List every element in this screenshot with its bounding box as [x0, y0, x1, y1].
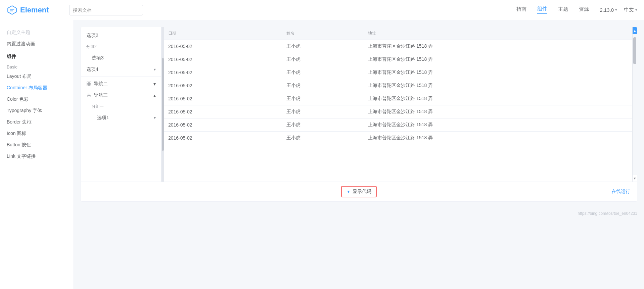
logo: Element [7, 5, 49, 15]
cell-address: 上海市普陀区金沙江路 1518 弄 [364, 79, 632, 92]
cell-date: 2016-05-02 [164, 79, 282, 92]
svg-rect-3 [89, 84, 91, 86]
svg-rect-0 [87, 82, 89, 84]
svg-rect-1 [89, 82, 91, 84]
sidebar-item-border[interactable]: Border 边框 [0, 116, 74, 128]
sidebar-item-button[interactable]: Button 按钮 [0, 139, 74, 151]
table-row: 2016-05-02 王小虎 上海市普陀区金沙江路 1518 弄 [164, 40, 632, 53]
show-code-button[interactable]: ▼ 显示代码 [341, 186, 377, 197]
sidebar-item-layout[interactable]: Layout 布局 [0, 71, 74, 82]
tree-item-option4[interactable]: 选项4 ▾ [81, 64, 161, 75]
page-note: https://bing.com/tos/toe_en04231 [578, 211, 637, 216]
cell-name: 王小虎 [282, 132, 364, 145]
table-panel[interactable]: 日期 姓名 地址 2016-05-02 王小虎 上海市普陀区金沙江路 1518 … [164, 27, 632, 182]
cell-date: 2016-05-02 [164, 118, 282, 132]
tree-item-option1-label: 选项1 [97, 115, 152, 121]
version-selector[interactable]: 2.13.0 ▾ [600, 7, 617, 13]
table-header-row: 日期 姓名 地址 [164, 27, 632, 40]
tree-nav3-header[interactable]: 导航三 ▴ [81, 90, 161, 101]
tree-item-group2[interactable]: 分组2 [81, 41, 161, 52]
show-code-label: 显示代码 [353, 189, 371, 195]
table-row: 2016-05-02 王小虎 上海市普陀区金沙江路 1518 弄 [164, 118, 632, 132]
language-selector[interactable]: 中文 ▾ [624, 7, 637, 13]
nav-scrollbar[interactable] [162, 27, 164, 182]
online-run-link[interactable]: 在线运行 [611, 189, 630, 195]
nav-components[interactable]: 组件 [537, 6, 547, 14]
header: Element 指南 组件 主题 资源 2.13.0 ▾ 中文 ▾ [0, 0, 644, 20]
col-address: 地址 [364, 27, 632, 40]
svg-point-4 [88, 95, 90, 96]
demo-inner: 选项2 分组2 选项3 选项4 ▾ [81, 27, 637, 182]
nav2-label: 导航二 [94, 81, 151, 87]
cell-address: 上海市普陀区金沙江路 1518 弄 [364, 118, 632, 132]
cell-date: 2016-05-02 [164, 66, 282, 79]
col-name: 姓名 [282, 27, 364, 40]
nav-tree-divider1 [81, 77, 161, 77]
sidebar-item-link[interactable]: Link 文字链接 [0, 151, 74, 162]
main-content: 选项2 分组2 选项3 选项4 ▾ [74, 20, 644, 289]
tree-group1[interactable]: 分组一 [81, 101, 161, 112]
nav-resources[interactable]: 资源 [579, 6, 589, 14]
sidebar-item-typography[interactable]: Typography 字体 [0, 105, 74, 116]
cell-address: 上海市普陀区金沙江路 1518 弄 [364, 66, 632, 79]
tree-item-option4-label: 选项4 [86, 66, 152, 73]
show-code-arrow-icon: ▼ [347, 189, 351, 194]
page-container: 自定义主题 内置过渡动画 组件 Basic Layout 布局 Containe… [0, 20, 644, 289]
cell-name: 王小虎 [282, 53, 364, 66]
sidebar-item-transition[interactable]: 内置过渡动画 [0, 38, 74, 50]
cell-name: 王小虎 [282, 105, 364, 118]
page-footer: https://bing.com/tos/toe_en04231 [74, 208, 644, 219]
cell-name: 王小虎 [282, 66, 364, 79]
element-logo-icon [7, 5, 17, 15]
cell-name: 王小虎 [282, 40, 364, 53]
sidebar-section-components: 组件 [0, 50, 74, 62]
sidebar: 自定义主题 内置过渡动画 组件 Basic Layout 布局 Containe… [0, 20, 74, 289]
nav-guide[interactable]: 指南 [516, 6, 526, 14]
right-scrollbar[interactable]: ▲ ▼ [632, 27, 637, 182]
nav-theme[interactable]: 主题 [558, 6, 568, 14]
cell-date: 2016-05-02 [164, 92, 282, 105]
table-row: 2016-05-02 王小虎 上海市普陀区金沙江路 1518 弄 [164, 79, 632, 92]
tree-item-option2-label: 选项2 [86, 33, 156, 39]
language-chevron-icon: ▾ [635, 8, 637, 12]
scroll-down-icon[interactable]: ▼ [633, 175, 637, 182]
cell-address: 上海市普陀区金沙江路 1518 弄 [364, 92, 632, 105]
search-input[interactable] [69, 5, 143, 15]
scroll-up-icon[interactable]: ▲ [633, 27, 637, 34]
demo-footer: ▼ 显示代码 在线运行 [81, 182, 637, 201]
tree-item-option1[interactable]: 选项1 ▾ [81, 112, 161, 124]
search-box [69, 5, 143, 15]
table-wrapper: 日期 姓名 地址 2016-05-02 王小虎 上海市普陀区金沙江路 1518 … [164, 27, 632, 182]
cell-name: 王小虎 [282, 79, 364, 92]
cell-date: 2016-05-02 [164, 53, 282, 66]
tree-group2-label: 分组2 [86, 44, 156, 50]
col-date: 日期 [164, 27, 282, 40]
cell-date: 2016-05-02 [164, 132, 282, 145]
demo-area: 选项2 分组2 选项3 选项4 ▾ [81, 27, 637, 202]
table-row: 2016-05-02 王小虎 上海市普陀区金沙江路 1518 弄 [164, 66, 632, 79]
cell-name: 王小虎 [282, 92, 364, 105]
sidebar-basic-label: Basic [0, 62, 74, 71]
cell-address: 上海市普陀区金沙江路 1518 弄 [364, 132, 632, 145]
version-chevron-icon: ▾ [615, 8, 617, 12]
cell-date: 2016-05-02 [164, 40, 282, 53]
main-nav: 指南 组件 主题 资源 [516, 6, 589, 14]
option4-arrow-icon: ▾ [154, 67, 156, 72]
gear-icon [86, 93, 92, 98]
language-label: 中文 [624, 7, 634, 13]
nav3-arrow-icon: ▴ [153, 93, 156, 98]
grid-icon [86, 81, 92, 87]
sidebar-item-color[interactable]: Color 色彩 [0, 94, 74, 105]
sidebar-item-custom-theme[interactable]: 自定义主题 [0, 27, 74, 38]
cell-address: 上海市普陀区金沙江路 1518 弄 [364, 105, 632, 118]
tree-item-option3[interactable]: 选项3 [81, 52, 161, 64]
tree-group1-label: 分组一 [92, 104, 156, 109]
tree-item-option2[interactable]: 选项2 [81, 30, 161, 41]
cell-address: 上海市普陀区金沙江路 1518 弄 [364, 40, 632, 53]
sidebar-item-container[interactable]: Container 布局容器 [0, 82, 74, 94]
option1-arrow-icon: ▾ [154, 115, 156, 120]
tree-nav2-header[interactable]: 导航二 ▾ [81, 78, 161, 90]
table-row: 2016-05-02 王小虎 上海市普陀区金沙江路 1518 弄 [164, 105, 632, 118]
sidebar-item-icon[interactable]: Icon 图标 [0, 128, 74, 139]
nav2-arrow-icon: ▾ [153, 81, 156, 87]
